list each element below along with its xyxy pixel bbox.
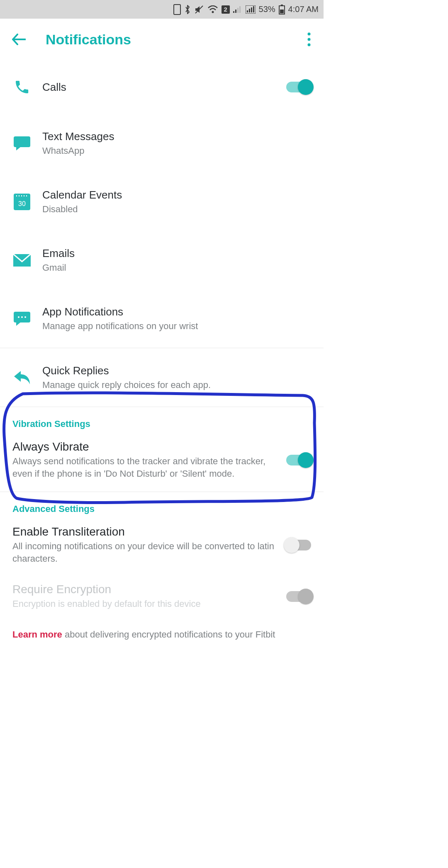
sim-badge: 2 — [222, 5, 230, 14]
item-subtitle: Manage quick reply choices for each app. — [42, 379, 311, 391]
bluetooth-icon — [184, 5, 191, 15]
transliteration-toggle[interactable] — [286, 540, 311, 550]
reply-icon — [12, 370, 32, 385]
setting-desc: Always send notifications to the tracker… — [12, 455, 278, 480]
svg-point-30 — [24, 316, 26, 318]
battery-text: 53% — [259, 5, 275, 14]
setting-title: Require Encryption — [12, 583, 278, 596]
svg-rect-0 — [174, 5, 180, 15]
item-quick-replies[interactable]: Quick Replies Manage quick reply choices… — [0, 348, 324, 407]
overflow-menu-button[interactable] — [303, 32, 315, 46]
item-calendar[interactable]: 30 Calendar Events Disabled — [0, 172, 324, 231]
svg-point-28 — [18, 316, 19, 318]
page-title: Notifications — [46, 32, 303, 48]
setting-desc: Encryption is enabled by default for thi… — [12, 598, 278, 610]
svg-rect-5 — [237, 8, 239, 13]
item-title: Calls — [42, 80, 275, 94]
app-bar: Notifications — [0, 19, 324, 60]
svg-rect-3 — [233, 11, 234, 13]
item-text-messages[interactable]: Text Messages WhatsApp — [0, 114, 324, 172]
svg-rect-21 — [19, 195, 19, 196]
setting-desc: All incoming notifications on your devic… — [12, 540, 278, 565]
mute-icon — [194, 5, 204, 14]
svg-rect-9 — [249, 9, 250, 12]
setting-transliteration[interactable]: Enable Transliteration All incoming noti… — [0, 519, 324, 576]
app-chat-icon — [12, 312, 32, 326]
setting-require-encryption: Require Encryption Encryption is enabled… — [0, 576, 324, 622]
svg-rect-10 — [251, 7, 252, 12]
svg-rect-8 — [247, 10, 248, 12]
item-subtitle: Disabled — [42, 204, 311, 216]
item-title: Calendar Events — [42, 188, 311, 202]
section-header-advanced: Advanced Settings — [0, 492, 324, 519]
always-vibrate-toggle[interactable] — [286, 455, 311, 466]
battery-icon — [279, 5, 285, 15]
learn-more-link[interactable]: Learn more — [12, 629, 62, 640]
phone-outline-icon — [173, 4, 181, 15]
svg-rect-14 — [280, 10, 284, 13]
svg-point-2 — [212, 11, 214, 13]
section-header-vibration: Vibration Settings — [0, 407, 324, 434]
item-calls[interactable]: Calls — [0, 60, 324, 114]
svg-point-17 — [308, 44, 311, 46]
phone-icon — [12, 79, 32, 95]
item-app-notifications[interactable]: App Notifications Manage app notificatio… — [0, 289, 324, 348]
learn-more-row: Learn more about delivering encrypted no… — [0, 622, 324, 643]
svg-point-16 — [308, 38, 311, 41]
svg-rect-4 — [235, 10, 236, 13]
item-subtitle: Gmail — [42, 262, 311, 274]
setting-title: Enable Transliteration — [12, 525, 278, 538]
item-title: Emails — [42, 247, 311, 260]
item-subtitle: WhatsApp — [42, 145, 311, 157]
svg-rect-22 — [21, 195, 22, 196]
signal-1-icon — [233, 5, 242, 14]
calls-toggle[interactable] — [286, 82, 311, 92]
item-title: App Notifications — [42, 305, 311, 319]
item-subtitle: Manage app notifications on your wrist — [42, 320, 311, 332]
encryption-toggle — [286, 591, 311, 602]
chat-icon — [12, 136, 32, 150]
setting-always-vibrate[interactable]: Always Vibrate Always send notifications… — [0, 434, 324, 491]
calendar-icon: 30 — [12, 194, 32, 210]
svg-point-15 — [308, 33, 311, 36]
mail-icon — [12, 254, 32, 267]
wifi-icon — [207, 5, 218, 14]
svg-text:30: 30 — [18, 200, 26, 207]
item-emails[interactable]: Emails Gmail — [0, 231, 324, 289]
svg-rect-23 — [24, 195, 24, 196]
svg-point-29 — [21, 316, 23, 318]
signal-2-icon — [246, 5, 256, 14]
svg-rect-11 — [253, 6, 254, 12]
learn-more-text: about delivering encrypted notifications… — [62, 629, 275, 640]
back-button[interactable] — [8, 34, 29, 45]
status-bar: 2 53% 4:07 AM — [0, 0, 324, 19]
clock-text: 4:07 AM — [288, 5, 319, 14]
item-title: Text Messages — [42, 130, 311, 143]
svg-rect-24 — [26, 195, 27, 196]
item-title: Quick Replies — [42, 364, 311, 378]
svg-rect-20 — [16, 195, 17, 196]
svg-rect-18 — [14, 136, 30, 147]
svg-rect-6 — [239, 6, 241, 13]
setting-title: Always Vibrate — [12, 440, 278, 453]
